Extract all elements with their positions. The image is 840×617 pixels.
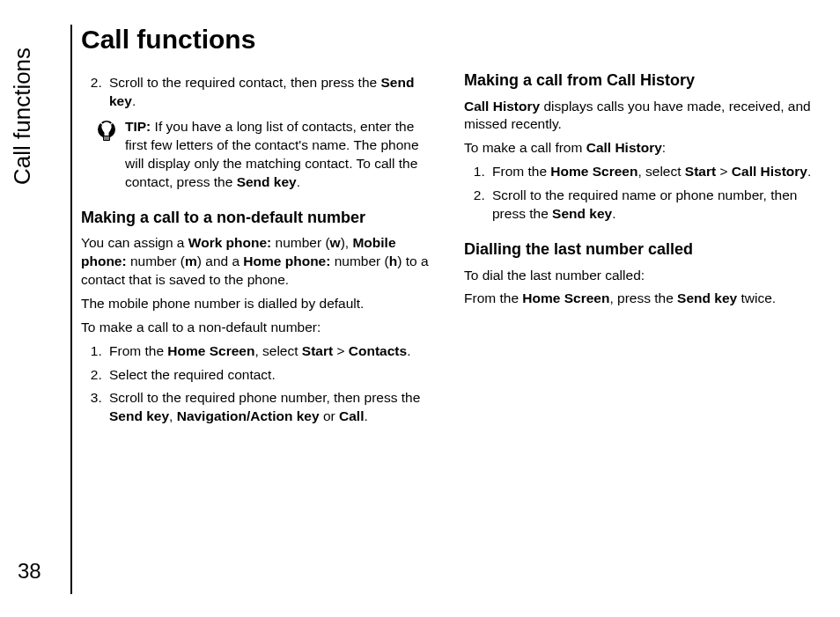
bold: Home Screen [522,290,609,305]
text: : [662,140,666,155]
text: From the [464,290,522,305]
paragraph: From the Home Screen, press the Send key… [464,290,815,308]
column-left: Scroll to the required contact, then pre… [81,70,432,431]
text: > [716,164,732,179]
tip-label: TIP: [125,119,151,134]
text: . [132,93,136,108]
bold: Home Screen [167,343,254,358]
tip-text: TIP: If you have a long list of contacts… [125,118,432,192]
nondefault-steps: From the Home Screen, select Start > Con… [81,342,432,427]
text: ), [341,235,353,250]
heading-dial-last: Dialling the last number called [464,239,815,260]
bold: Send key [552,206,612,221]
bold: h [389,253,397,268]
bold: Start [685,164,716,179]
paragraph: The mobile phone number is dialled by de… [81,295,432,313]
bold: Call [339,408,364,423]
chapter-side-label-text: Call functions [9,48,36,185]
list-item: Scroll to the required name or phone num… [489,187,815,224]
text: . [364,408,367,423]
text: , press the [609,290,677,305]
svg-rect-2 [105,132,109,136]
paragraph: To make a call to a non-default number: [81,319,432,337]
bold: Start [302,343,333,358]
text: You can assign a [81,235,188,250]
text: > [333,343,349,358]
list-item: Scroll to the required phone number, the… [106,389,432,426]
vertical-divider [70,25,72,594]
text: , select [637,164,684,179]
text: , [169,408,177,423]
text: Scroll to the required contact, then pre… [109,75,380,90]
column-right: Making a call from Call History Call His… [464,70,815,431]
text: Scroll to the required phone number, the… [109,390,420,405]
paragraph: Call History displays calls you have mad… [464,98,815,135]
bold: Home Screen [550,164,637,179]
tip-block: TIP: If you have a long list of contacts… [97,118,432,192]
bold: Home phone: [243,253,330,268]
text: number ( [271,235,329,250]
text: . [407,343,410,358]
text: , select [254,343,301,358]
bold: w [330,235,341,250]
text: From the [109,343,167,358]
list-item: Select the required contact. [106,366,432,385]
text: number ( [330,253,388,268]
text: . [807,164,811,179]
chapter-side-label: Call functions [9,26,44,220]
text: Scroll to the required name or phone num… [492,187,797,221]
manual-page: Call functions 38 Call functions Scroll … [0,0,840,617]
text: . [612,206,615,221]
content-area: Call functions Scroll to the required co… [81,25,815,592]
paragraph: To make a call from Call History: [464,139,815,158]
lightbulb-icon [97,120,116,192]
text: twice. [737,290,776,305]
bold: Send key [237,174,297,189]
bold: Send key [109,408,169,423]
page-title: Call functions [81,25,815,55]
bold: Send key [677,290,737,305]
paragraph: You can assign a Work phone: number (w),… [81,234,432,290]
bold: Call History [732,164,807,179]
heading-call-history: Making a call from Call History [464,70,815,91]
bold: Call History [464,99,540,114]
list-item: From the Home Screen, select Start > Con… [106,342,432,361]
text: number ( [127,253,185,268]
paragraph: To dial the last number called: [464,267,815,285]
text: . [297,174,300,189]
list-item: From the Home Screen, select Start > Cal… [489,163,815,181]
text: From the [492,164,550,179]
text: ) and a [197,253,244,268]
bold: Call History [586,140,662,155]
bold: Navigation/Action key [177,408,320,423]
bold: m [185,253,197,268]
contacts-steps-continued: Scroll to the required contact, then pre… [81,74,432,111]
list-item: Scroll to the required contact, then pre… [106,74,432,111]
heading-nondefault-number: Making a call to a non-default number [81,208,432,228]
page-number: 38 [18,559,41,584]
text: or [320,408,339,423]
two-column-layout: Scroll to the required contact, then pre… [81,70,815,431]
call-history-steps: From the Home Screen, select Start > Cal… [464,163,815,224]
bold: Work phone: [188,235,271,250]
bold: Contacts [349,343,407,358]
text: To make a call from [464,140,586,155]
